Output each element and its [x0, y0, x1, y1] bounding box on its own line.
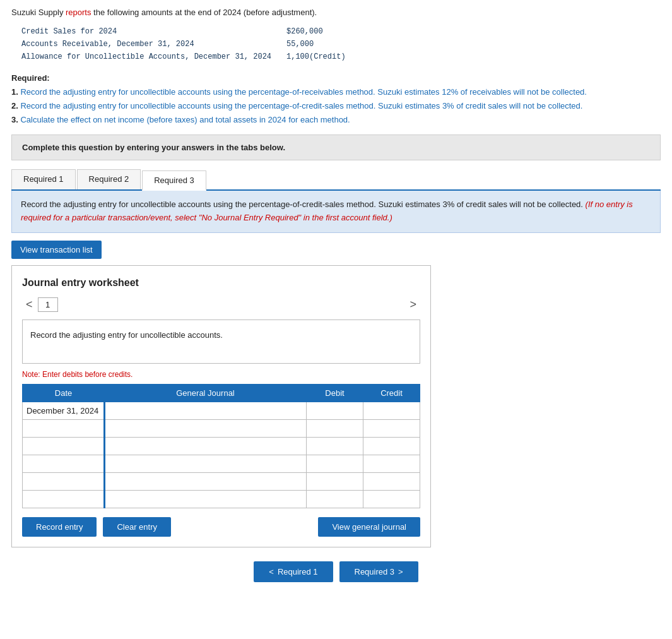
required-section: Required: 1. Record the adjusting entry …: [11, 71, 661, 127]
journal-cell-6[interactable]: [105, 490, 307, 508]
worksheet-container: Journal entry worksheet < 1 > Record the…: [11, 265, 431, 547]
credit-input-5[interactable]: [363, 473, 420, 490]
date-cell-4: [23, 455, 105, 472]
debit-cell-1[interactable]: [307, 402, 363, 419]
credit-cell-2[interactable]: [363, 419, 420, 437]
next-page-arrow[interactable]: >: [406, 298, 420, 311]
journal-cell-4[interactable]: [105, 455, 307, 472]
journal-input-2[interactable]: [105, 420, 306, 437]
journal-input-6[interactable]: [105, 491, 306, 508]
view-general-journal-button[interactable]: View general journal: [318, 517, 420, 537]
req-text-1: Record the adjusting entry for uncollect…: [20, 87, 587, 97]
table-row: [23, 490, 420, 508]
data-label-2: Accounts Receivable, December 31, 2024: [21, 38, 286, 51]
debit-input-4[interactable]: [307, 455, 363, 472]
data-table: Credit Sales for 2024 $260,000 Accounts …: [21, 25, 661, 64]
nav-row: < 1 >: [22, 297, 420, 312]
journal-input-3[interactable]: [105, 438, 306, 455]
highlight-text: reports: [66, 8, 91, 17]
col-header-date: Date: [23, 384, 105, 402]
journal-table: Date General Journal Debit Credit Decemb…: [22, 384, 420, 508]
bottom-required3-button[interactable]: Required 3: [339, 561, 418, 582]
intro-paragraph: Suzuki Supply reports the following amou…: [11, 6, 661, 19]
credit-input-3[interactable]: [363, 438, 420, 455]
left-arrow-icon: [269, 567, 274, 576]
journal-input-1[interactable]: [105, 402, 306, 419]
date-cell-3: [23, 437, 105, 455]
right-arrow-icon: [398, 567, 403, 576]
journal-input-4[interactable]: [105, 455, 306, 472]
debit-input-5[interactable]: [307, 473, 363, 490]
credit-cell-1[interactable]: [363, 402, 420, 419]
page-number: 1: [38, 297, 58, 312]
debit-cell-4[interactable]: [307, 455, 363, 472]
credit-cell-3[interactable]: [363, 437, 420, 455]
instruction-box: Complete this question by entering your …: [11, 134, 661, 160]
record-entry-button[interactable]: Record entry: [22, 517, 97, 537]
credit-cell-4[interactable]: [363, 455, 420, 472]
bottom-nav-row: Required 1 Required 3: [11, 561, 661, 582]
col-header-debit: Debit: [307, 384, 363, 402]
date-cell-1: December 31, 2024: [23, 402, 105, 419]
required-header: Required:: [11, 73, 50, 83]
req-text-2: Record the adjusting entry for uncollect…: [20, 101, 582, 110]
view-transaction-button[interactable]: View transaction list: [11, 241, 102, 259]
journal-input-5[interactable]: [105, 473, 306, 490]
credit-input-1[interactable]: [363, 402, 420, 419]
debit-cell-3[interactable]: [307, 437, 363, 455]
worksheet-title: Journal entry worksheet: [22, 277, 420, 289]
tab-required2[interactable]: Required 2: [77, 169, 141, 189]
action-buttons-row: Record entry Clear entry View general jo…: [22, 517, 420, 537]
col-header-journal: General Journal: [105, 384, 307, 402]
tab-main-text: Record the adjusting entry for uncollect…: [21, 200, 583, 209]
data-amount-3: 1,100(Credit): [286, 51, 346, 63]
credit-input-2[interactable]: [363, 420, 420, 437]
date-cell-5: [23, 472, 105, 490]
debit-input-1[interactable]: [307, 402, 363, 419]
tab-required3[interactable]: Required 3: [142, 170, 206, 191]
tab-required1[interactable]: Required 1: [11, 169, 76, 189]
req-text-3: Calculate the effect on net income (befo…: [20, 115, 350, 124]
table-row: [23, 437, 420, 455]
debit-input-2[interactable]: [307, 420, 363, 437]
journal-cell-2[interactable]: [105, 419, 307, 437]
journal-cell-5[interactable]: [105, 472, 307, 490]
debit-cell-6[interactable]: [307, 490, 363, 508]
debit-cell-5[interactable]: [307, 472, 363, 490]
prev-page-arrow[interactable]: <: [22, 298, 37, 311]
data-amount-2: 55,000: [286, 38, 314, 51]
tab-content-box: Record the adjusting entry for uncollect…: [11, 191, 661, 233]
req-num-1: 1.: [11, 87, 18, 97]
credit-cell-6[interactable]: [363, 490, 420, 508]
credit-input-4[interactable]: [363, 455, 420, 472]
bottom-required1-button[interactable]: Required 1: [254, 561, 333, 582]
credit-cell-5[interactable]: [363, 472, 420, 490]
req-num-2: 2.: [11, 101, 18, 110]
data-label-1: Credit Sales for 2024: [21, 25, 286, 38]
tabs-row: Required 1 Required 2 Required 3: [11, 169, 661, 191]
col-header-credit: Credit: [363, 384, 420, 402]
entry-description-box: Record the adjusting entry for uncollect…: [22, 320, 420, 364]
clear-entry-button[interactable]: Clear entry: [103, 517, 171, 537]
debit-cell-2[interactable]: [307, 419, 363, 437]
note-text: Note: Enter debits before credits.: [22, 370, 420, 379]
credit-input-6[interactable]: [363, 491, 420, 508]
debit-input-3[interactable]: [307, 438, 363, 455]
bottom-required3-label: Required 3: [355, 567, 395, 576]
debit-input-6[interactable]: [307, 491, 363, 508]
data-amount-1: $260,000: [286, 25, 323, 38]
journal-cell-3[interactable]: [105, 437, 307, 455]
table-row: [23, 472, 420, 490]
journal-cell-1[interactable]: [105, 402, 307, 419]
table-row: [23, 419, 420, 437]
req-num-3: 3.: [11, 115, 18, 124]
table-row: [23, 455, 420, 472]
table-row: December 31, 2024: [23, 402, 420, 419]
bottom-required1-label: Required 1: [278, 567, 318, 576]
date-cell-2: [23, 419, 105, 437]
instruction-text: Complete this question by entering your …: [22, 143, 285, 152]
date-cell-6: [23, 490, 105, 508]
entry-description-text: Record the adjusting entry for uncollect…: [30, 330, 223, 340]
data-label-3: Allowance for Uncollectible Accounts, De…: [21, 51, 286, 63]
